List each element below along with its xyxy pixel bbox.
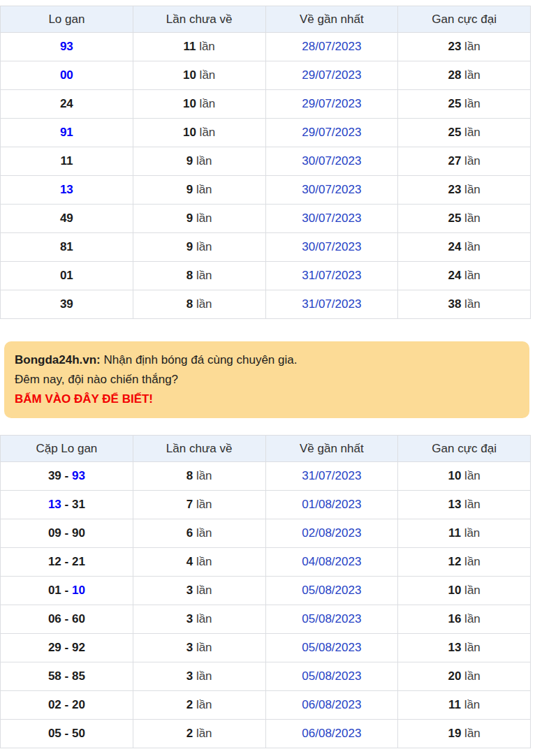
pair-number-1: 01 — [48, 584, 61, 597]
missed-unit: lần — [196, 584, 212, 597]
lo-gan-number: 01 — [60, 269, 73, 282]
last-seen-date-link[interactable]: 01/08/2023 — [302, 498, 361, 511]
missed-unit: lần — [196, 698, 212, 711]
last-seen-date-link[interactable]: 31/07/2023 — [302, 469, 361, 482]
last-seen-date-link[interactable]: 29/07/2023 — [302, 126, 361, 139]
pair-number-2[interactable]: 93 — [72, 469, 85, 482]
missed-unit: lần — [196, 240, 212, 253]
last-seen-date-link[interactable]: 30/07/2023 — [302, 212, 361, 225]
pair-separator: - — [61, 698, 72, 711]
col-header-gan-cuc-dai: Gan cực đại — [398, 6, 531, 33]
max-gan-count: 38 — [448, 297, 461, 311]
table-row: 29 - 92 3 lần 05/08/2023 13 lần — [1, 634, 531, 662]
lo-gan-number[interactable]: 00 — [60, 68, 73, 82]
pair-number-2[interactable]: 10 — [72, 584, 85, 597]
missed-count: 3 — [186, 584, 193, 597]
pair-number-1[interactable]: 13 — [48, 498, 61, 511]
table-row: 13 - 31 7 lần 01/08/2023 13 lần — [1, 491, 531, 519]
last-seen-date-link[interactable]: 30/07/2023 — [302, 154, 361, 168]
missed-unit: lần — [196, 154, 212, 168]
max-gan-count: 20 — [448, 669, 461, 683]
max-gan-unit: lần — [464, 727, 481, 740]
max-gan-unit: lần — [464, 584, 481, 597]
pair-number-1: 05 — [48, 727, 61, 740]
table-row: 05 - 50 2 lần 06/08/2023 19 lần — [1, 720, 531, 748]
last-seen-date-link[interactable]: 05/08/2023 — [302, 641, 361, 654]
missed-count: 10 — [183, 97, 196, 110]
missed-unit: lần — [196, 526, 212, 540]
pair-number-2: 92 — [72, 641, 85, 654]
missed-count: 4 — [186, 555, 193, 568]
lo-gan-number: 81 — [60, 240, 73, 253]
missed-count: 3 — [186, 641, 193, 654]
last-seen-date-link[interactable]: 05/08/2023 — [302, 669, 361, 683]
pair-lo-gan-table: Cặp Lo gan Lần chưa về Về gần nhất Gan c… — [0, 435, 531, 748]
promo-banner[interactable]: Bongda24h.vn: Nhận định bóng đá cùng chu… — [4, 341, 529, 418]
col-header-gan-cuc-dai: Gan cực đại — [398, 436, 531, 462]
pair-separator: - — [61, 612, 72, 625]
last-seen-date-link[interactable]: 31/07/2023 — [302, 269, 361, 282]
last-seen-date-link[interactable]: 02/08/2023 — [302, 526, 361, 540]
table-row: 91 10 lần 29/07/2023 25 lần — [1, 119, 531, 147]
missed-count: 9 — [186, 212, 193, 225]
max-gan-unit: lần — [464, 97, 481, 110]
max-gan-unit: lần — [464, 555, 481, 568]
table-row: 39 8 lần 31/07/2023 38 lần — [1, 290, 531, 319]
last-seen-date-link[interactable]: 06/08/2023 — [302, 727, 361, 740]
max-gan-unit: lần — [464, 641, 481, 654]
missed-count: 8 — [186, 297, 193, 311]
missed-count: 9 — [186, 183, 193, 196]
max-gan-unit: lần — [464, 669, 481, 683]
col-header-ve-gan-nhat: Về gần nhất — [265, 436, 398, 462]
lo-gan-number: 49 — [60, 212, 73, 225]
last-seen-date-link[interactable]: 05/08/2023 — [302, 612, 361, 625]
pair-number-2: 90 — [72, 526, 85, 540]
table-row: 49 9 lần 30/07/2023 25 lần — [1, 205, 531, 233]
lo-gan-number[interactable]: 13 — [60, 183, 73, 196]
missed-unit: lần — [196, 183, 212, 196]
lo-gan-number[interactable]: 91 — [60, 126, 73, 139]
table-row: 39 - 93 8 lần 31/07/2023 10 lần — [1, 462, 531, 491]
last-seen-date-link[interactable]: 30/07/2023 — [302, 183, 361, 196]
last-seen-date-link[interactable]: 06/08/2023 — [302, 698, 361, 711]
max-gan-unit: lần — [464, 154, 481, 168]
pair-numbers: 39 - 93 — [1, 462, 133, 491]
max-gan-unit: lần — [464, 212, 481, 225]
pair-separator: - — [61, 727, 72, 740]
missed-unit: lần — [196, 641, 212, 654]
banner-cta-link[interactable]: BẤM VÀO ĐÂY ĐỂ BIẾT! — [15, 390, 519, 409]
pair-numbers: 09 - 90 — [1, 519, 133, 548]
max-gan-unit: lần — [464, 183, 481, 196]
banner-brand: Bongda24h.vn: — [15, 353, 101, 366]
pair-number-2: 21 — [72, 555, 85, 568]
max-gan-count: 23 — [448, 183, 461, 196]
max-gan-count: 19 — [448, 727, 461, 740]
last-seen-date-link[interactable]: 28/07/2023 — [302, 40, 361, 53]
max-gan-unit: lần — [464, 68, 481, 82]
pair-separator: - — [61, 669, 72, 683]
max-gan-unit: lần — [464, 126, 481, 139]
missed-unit: lần — [199, 40, 215, 53]
missed-count: 7 — [186, 498, 193, 511]
table-row: 11 9 lần 30/07/2023 27 lần — [1, 147, 531, 176]
lo-gan-number[interactable]: 93 — [60, 40, 73, 53]
last-seen-date-link[interactable]: 31/07/2023 — [302, 297, 361, 311]
last-seen-date-link[interactable]: 04/08/2023 — [302, 555, 361, 568]
max-gan-unit: lần — [464, 40, 481, 53]
pair-separator: - — [61, 498, 72, 511]
max-gan-unit: lần — [464, 269, 481, 282]
last-seen-date-link[interactable]: 30/07/2023 — [302, 240, 361, 253]
banner-line-1: Bongda24h.vn: Nhận định bóng đá cùng chu… — [15, 350, 519, 370]
last-seen-date-link[interactable]: 29/07/2023 — [302, 68, 361, 82]
max-gan-count: 24 — [448, 240, 461, 253]
missed-count: 11 — [183, 40, 196, 53]
table-row: 58 - 85 3 lần 05/08/2023 20 lần — [1, 662, 531, 691]
pair-number-2: 50 — [72, 727, 85, 740]
missed-count: 8 — [186, 269, 193, 282]
missed-unit: lần — [196, 555, 212, 568]
last-seen-date-link[interactable]: 05/08/2023 — [302, 584, 361, 597]
pair-number-1: 29 — [48, 641, 61, 654]
max-gan-count: 10 — [448, 469, 461, 482]
max-gan-count: 28 — [448, 68, 461, 82]
last-seen-date-link[interactable]: 29/07/2023 — [302, 97, 361, 110]
